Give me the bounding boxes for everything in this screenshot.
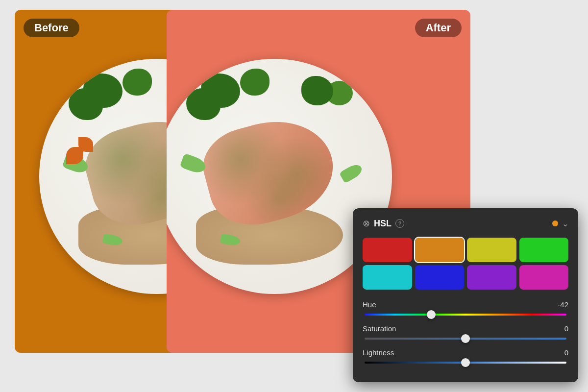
main-container: Before After bbox=[0, 0, 588, 392]
swatch-green[interactable] bbox=[519, 238, 569, 262]
hue-section: Hue -42 bbox=[363, 300, 568, 316]
after-broccoli-3 bbox=[186, 88, 220, 120]
orange-dot[interactable] bbox=[552, 220, 558, 226]
panel-header-right: ⌄ bbox=[552, 219, 568, 228]
hue-value: -42 bbox=[558, 300, 568, 309]
swatch-pink[interactable] bbox=[519, 265, 569, 290]
hue-track[interactable] bbox=[365, 314, 566, 316]
chevron-down-icon[interactable]: ⌄ bbox=[562, 219, 568, 228]
saturation-thumb[interactable] bbox=[461, 334, 470, 343]
after-broccoli-2 bbox=[240, 69, 270, 96]
hue-header: Hue -42 bbox=[363, 300, 568, 309]
saturation-track[interactable] bbox=[365, 338, 566, 340]
help-icon[interactable]: ? bbox=[395, 219, 404, 228]
lightness-thumb[interactable] bbox=[461, 358, 470, 367]
hsl-panel: ⊗ HSL ? ⌄ Hue - bbox=[353, 208, 578, 382]
swatch-blue[interactable] bbox=[415, 265, 465, 290]
hue-label: Hue bbox=[363, 300, 376, 309]
link-icon: ⊗ bbox=[363, 218, 370, 229]
swatches-grid bbox=[363, 238, 568, 290]
help-icon-text: ? bbox=[398, 220, 402, 226]
before-broccoli-3 bbox=[69, 88, 103, 120]
saturation-value: 0 bbox=[564, 324, 568, 333]
before-orange-veg-2 bbox=[78, 137, 93, 152]
before-broccoli-2 bbox=[122, 69, 152, 96]
swatch-yellow[interactable] bbox=[467, 238, 516, 262]
lightness-track[interactable] bbox=[365, 362, 566, 364]
after-label: After bbox=[415, 19, 462, 37]
panel-title: HSL bbox=[374, 219, 392, 229]
swatch-orange[interactable] bbox=[415, 238, 465, 262]
after-broccoli-5 bbox=[301, 76, 333, 105]
hue-thumb[interactable] bbox=[427, 310, 436, 319]
swatch-red[interactable] bbox=[363, 238, 412, 262]
saturation-section: Saturation 0 bbox=[363, 324, 568, 340]
swatch-cyan[interactable] bbox=[363, 265, 412, 290]
swatch-purple[interactable] bbox=[467, 265, 516, 290]
saturation-header: Saturation 0 bbox=[363, 324, 568, 333]
panel-header-left: ⊗ HSL ? bbox=[363, 218, 547, 229]
before-label: Before bbox=[24, 19, 79, 37]
lightness-section: Lightness 0 bbox=[363, 348, 568, 364]
lightness-value: 0 bbox=[564, 348, 568, 357]
saturation-label: Saturation bbox=[363, 324, 396, 333]
after-celery-2 bbox=[339, 162, 364, 183]
lightness-header: Lightness 0 bbox=[363, 348, 568, 357]
lightness-label: Lightness bbox=[363, 348, 394, 357]
panel-header: ⊗ HSL ? ⌄ bbox=[363, 218, 568, 229]
